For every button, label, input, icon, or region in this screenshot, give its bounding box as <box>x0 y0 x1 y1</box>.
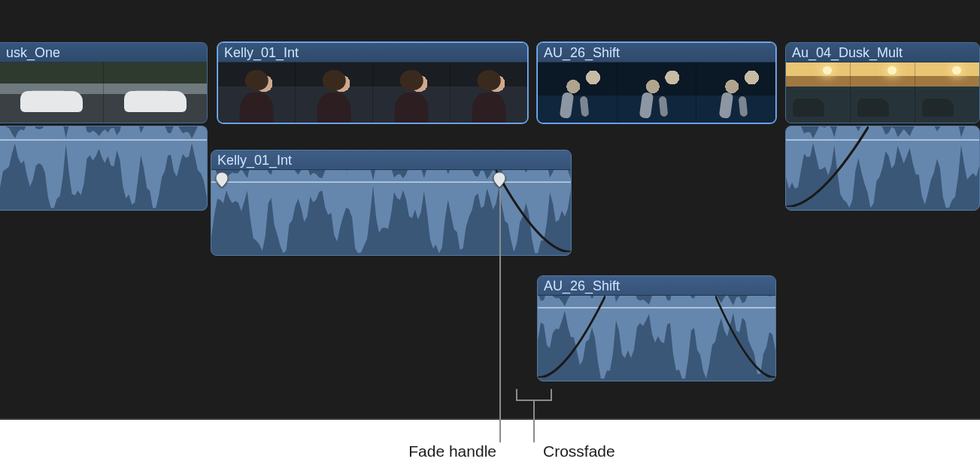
fade-handle[interactable] <box>493 172 506 188</box>
clip-title: usk_One <box>0 43 207 62</box>
waveform[interactable] <box>0 126 207 210</box>
crossfade-bracket <box>516 389 552 401</box>
thumbnail-strip <box>786 62 979 123</box>
timeline[interactable]: usk_OneKelly_01_IntAU_26_ShiftAu_04_Dusk… <box>0 0 980 420</box>
video-clip[interactable]: Kelly_01_Int <box>217 42 528 123</box>
clip-title: Kelly_01_Int <box>211 150 571 170</box>
thumbnail <box>0 62 104 123</box>
clip-title: Kelly_01_Int <box>218 43 527 62</box>
thumbnail-strip <box>538 62 775 123</box>
thumbnail <box>296 62 373 123</box>
thumbnail <box>696 62 775 123</box>
video-clip[interactable]: Au_04_Dusk_Mult <box>785 42 980 123</box>
thumbnail <box>851 62 915 123</box>
thumbnail <box>786 62 851 123</box>
thumbnail <box>617 62 697 123</box>
clip-title: AU_26_Shift <box>538 43 775 62</box>
audio-clip[interactable] <box>785 126 980 211</box>
clip-title: Au_04_Dusk_Mult <box>786 43 979 62</box>
callout-line-crossfade <box>533 401 535 442</box>
thumbnail <box>218 62 296 123</box>
thumbnail <box>451 62 527 123</box>
annotation-area: Fade handle Crossfade <box>0 420 980 474</box>
callout-line-fade-handle <box>499 181 501 442</box>
thumbnail-strip <box>218 62 527 123</box>
thumbnail <box>915 62 979 123</box>
thumbnail <box>538 62 617 123</box>
waveform[interactable] <box>211 170 571 255</box>
crossfade-label: Crossfade <box>543 442 615 460</box>
waveform[interactable] <box>786 126 979 210</box>
clip-title: AU_26_Shift <box>538 276 775 296</box>
audio-clip[interactable]: AU_26_Shift <box>537 275 776 381</box>
audio-clip[interactable] <box>0 126 208 211</box>
video-clip[interactable]: AU_26_Shift <box>537 42 776 123</box>
thumbnail <box>104 62 207 123</box>
thumbnail <box>373 62 451 123</box>
fade-handle-label: Fade handle <box>372 442 496 460</box>
audio-clip[interactable]: Kelly_01_Int <box>211 150 572 256</box>
fade-handle[interactable] <box>215 172 229 188</box>
waveform[interactable] <box>538 296 775 381</box>
thumbnail-strip <box>0 62 207 123</box>
video-clip[interactable]: usk_One <box>0 42 208 123</box>
